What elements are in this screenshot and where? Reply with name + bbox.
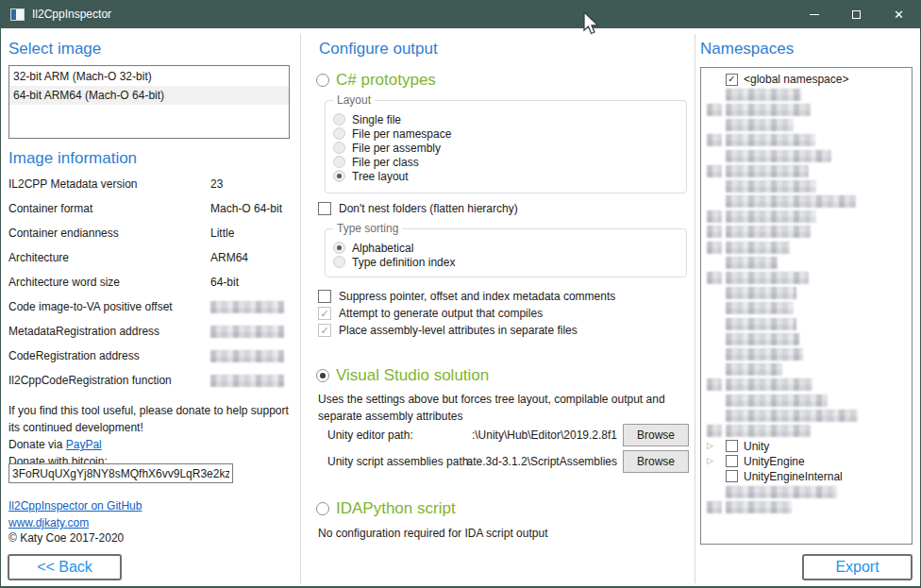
radio-button[interactable] xyxy=(333,127,345,140)
radio-option-row[interactable]: Alphabetical xyxy=(333,241,680,255)
tree-expander-spacer xyxy=(707,425,726,437)
checkbox[interactable] xyxy=(318,307,331,320)
window-title: Il2CppInspector xyxy=(32,8,793,21)
website-link[interactable]: www.djkaty.com xyxy=(8,516,89,529)
namespace-item[interactable] xyxy=(707,378,912,393)
redacted-block xyxy=(707,378,722,391)
visual-studio-radio-row[interactable]: Visual Studio solution xyxy=(316,365,489,386)
paypal-link[interactable]: PayPal xyxy=(66,438,102,451)
namespace-item[interactable] xyxy=(707,118,912,133)
namespace-checkbox[interactable] xyxy=(726,470,738,482)
checkbox[interactable] xyxy=(318,324,331,337)
option-checkbox-row[interactable]: Place assembly-level attributes in separ… xyxy=(318,322,688,339)
radio-button[interactable] xyxy=(333,256,345,268)
namespace-checkbox[interactable] xyxy=(726,440,738,452)
minimize-button[interactable] xyxy=(793,0,835,28)
titlebar[interactable]: Il2CppInspector ✕ xyxy=(1,0,920,28)
redacted-block xyxy=(707,165,722,177)
radio-button[interactable] xyxy=(333,156,345,168)
namespace-item[interactable] xyxy=(707,393,912,408)
image-list-item[interactable]: 32-bit ARM (Mach-O 32-bit) xyxy=(9,67,289,86)
radio-option-row[interactable]: File per assembly xyxy=(333,141,680,155)
namespace-item[interactable] xyxy=(707,484,912,499)
idapython-radio-row[interactable]: IDAPython script xyxy=(316,498,456,519)
namespace-item[interactable] xyxy=(707,225,912,240)
namespace-item[interactable] xyxy=(707,346,912,361)
radio-button[interactable] xyxy=(333,142,345,154)
namespace-item[interactable] xyxy=(707,210,912,225)
namespace-item[interactable] xyxy=(707,178,912,193)
tree-expander-icon[interactable]: ▷ xyxy=(707,442,726,450)
unity-editor-path-value[interactable]: :\Unity\Hub\Editor\2019.2.8f1 xyxy=(472,428,617,442)
namespace-item[interactable] xyxy=(707,148,912,163)
info-value: 64-bit xyxy=(210,276,239,289)
redacted-namespace xyxy=(726,242,790,254)
namespace-item[interactable] xyxy=(707,133,912,148)
namespace-item[interactable] xyxy=(707,331,912,346)
namespace-checkbox[interactable] xyxy=(726,74,738,86)
namespace-item[interactable] xyxy=(707,87,912,102)
tree-expander-icon[interactable]: ▷ xyxy=(707,457,726,465)
option-checkbox-row[interactable]: Suppress pointer, offset and index metad… xyxy=(318,288,688,305)
visual-studio-radio[interactable] xyxy=(316,369,329,382)
export-button[interactable]: Export xyxy=(802,554,913,580)
namespace-item[interactable]: ▷UnityEngine xyxy=(707,454,912,469)
info-label: MetadataRegistration address xyxy=(8,325,159,338)
maximize-button[interactable] xyxy=(835,0,878,28)
namespace-item[interactable] xyxy=(707,286,912,301)
image-list-item[interactable]: 64-bit ARM64 (Mach-O 64-bit) xyxy=(9,86,289,105)
idapython-radio[interactable] xyxy=(316,502,329,515)
namespace-item[interactable] xyxy=(707,316,912,331)
radio-button[interactable] xyxy=(333,170,345,182)
donate-text: If you find this tool useful, please don… xyxy=(8,402,297,436)
namespace-checkbox[interactable] xyxy=(726,455,738,467)
redacted-value xyxy=(210,301,284,313)
csharp-prototypes-radio-row[interactable]: C# prototypes xyxy=(316,70,436,91)
namespace-item[interactable] xyxy=(707,240,912,255)
namespace-item[interactable] xyxy=(707,301,912,316)
namespace-item[interactable] xyxy=(707,163,912,178)
close-button[interactable]: ✕ xyxy=(878,0,920,28)
redacted-namespace xyxy=(726,287,796,299)
radio-button[interactable] xyxy=(333,242,345,254)
flatten-checkbox-row[interactable]: Don't nest folders (flatten hierarchy) xyxy=(318,201,518,216)
unity-assemblies-browse-button[interactable]: Browse xyxy=(623,450,689,473)
type-sorting-groupbox-title: Type sorting xyxy=(333,222,402,235)
namespace-item[interactable] xyxy=(707,102,912,117)
info-label: Container format xyxy=(8,202,92,215)
tree-expander-icon[interactable]: ▷ xyxy=(707,442,713,450)
radio-option-row[interactable]: Tree layout xyxy=(333,169,680,183)
checkbox[interactable] xyxy=(318,290,331,303)
namespace-item[interactable] xyxy=(707,499,912,514)
namespace-list[interactable]: <global namespace>▷Unity▷UnityEngineUnit… xyxy=(700,67,913,545)
namespace-item[interactable]: <global namespace> xyxy=(707,72,912,87)
flatten-checkbox[interactable] xyxy=(318,202,331,215)
redacted-block xyxy=(707,501,722,513)
namespace-item[interactable] xyxy=(707,423,912,438)
csharp-prototypes-radio[interactable] xyxy=(316,74,329,87)
namespace-item[interactable] xyxy=(707,255,912,270)
namespace-item[interactable] xyxy=(707,270,912,285)
namespace-item[interactable] xyxy=(707,362,912,378)
option-checkbox-row[interactable]: Attempt to generate output that compiles xyxy=(318,305,688,322)
redacted-namespace xyxy=(726,425,811,437)
unity-editor-browse-button[interactable]: Browse xyxy=(623,424,689,446)
namespace-item[interactable]: ▷Unity xyxy=(707,439,912,454)
radio-option-row[interactable]: Type definition index xyxy=(333,255,680,269)
unity-assemblies-path-value[interactable]: ate.3d-3.1.2\ScriptAssemblies xyxy=(467,455,617,468)
radio-button[interactable] xyxy=(333,113,345,126)
bitcoin-address-input[interactable] xyxy=(8,463,233,483)
radio-option-row[interactable]: Single file xyxy=(333,112,680,126)
github-link[interactable]: Il2CppInspector on GitHub xyxy=(8,499,142,512)
namespace-item[interactable] xyxy=(707,408,912,423)
info-label: Architecture word size xyxy=(8,276,120,289)
back-button[interactable]: << Back xyxy=(8,554,122,580)
radio-option-row[interactable]: File per namespace xyxy=(333,126,680,141)
tree-expander-icon[interactable]: ▷ xyxy=(707,457,713,465)
type-sorting-options: AlphabeticalType definition index xyxy=(333,241,680,269)
donate-via-line: Donate via PayPal xyxy=(8,438,102,451)
namespace-item[interactable] xyxy=(707,194,912,210)
radio-option-row[interactable]: File per class xyxy=(333,155,680,169)
namespace-item[interactable]: UnityEngineInternal xyxy=(707,469,912,484)
image-list[interactable]: 32-bit ARM (Mach-O 32-bit)64-bit ARM64 (… xyxy=(8,65,290,139)
